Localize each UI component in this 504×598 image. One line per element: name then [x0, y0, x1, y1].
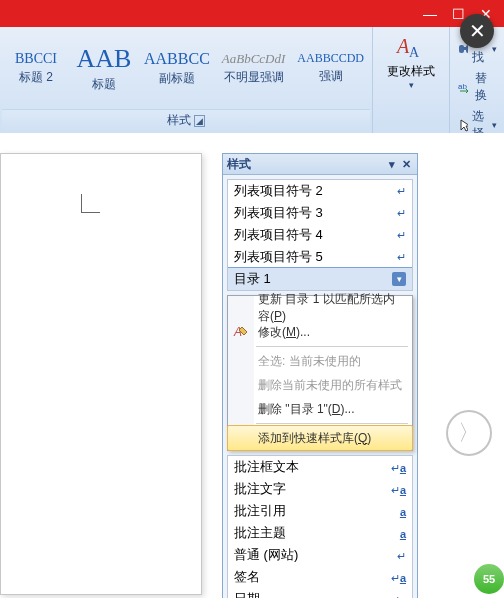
menu-item[interactable]: A修改(M)... [228, 320, 412, 344]
styles-list-bottom[interactable]: 批注框文本↵a批注文字↵a批注引用a批注主题a普通 (网站)↵签名↵a日期↵a [227, 455, 413, 598]
style-item[interactable]: 批注框文本↵a [228, 456, 412, 478]
replace-button[interactable]: ab替换 [458, 69, 497, 105]
modify-icon: A [232, 323, 250, 341]
style-gallery-item[interactable]: AABBCCDD强调 [291, 27, 370, 109]
menu-item[interactable]: 更新 目录 1 以匹配所选内容(P) [228, 296, 412, 320]
title-bar: — ☐ ✕ [0, 0, 504, 27]
svg-text:A: A [409, 45, 420, 60]
style-item[interactable]: 列表项目符号 4↵ [228, 224, 412, 246]
document-page[interactable] [0, 153, 202, 595]
style-item[interactable]: 普通 (网站)↵ [228, 544, 412, 566]
pane-menu-icon[interactable]: ▾ [385, 157, 399, 171]
styles-group-label: 样式 [167, 112, 191, 129]
styles-list-top[interactable]: 列表项目符号 2↵列表项目符号 3↵列表项目符号 4↵列表项目符号 5↵目录 1… [227, 179, 413, 291]
svg-text:A: A [395, 35, 410, 57]
pane-title: 样式 [227, 156, 251, 173]
style-item[interactable]: 批注主题a [228, 522, 412, 544]
style-gallery-item[interactable]: AAB标题 [70, 27, 138, 109]
style-item[interactable]: 批注文字↵a [228, 478, 412, 500]
status-badge[interactable]: 55 [474, 564, 504, 594]
style-gallery-item[interactable]: BBCCI标题 2 [2, 27, 70, 109]
menu-item[interactable]: 删除 "目录 1"(D)... [228, 397, 412, 421]
change-styles-button[interactable]: AA 更改样式 ▾ [372, 27, 450, 90]
style-item[interactable]: 列表项目符号 3↵ [228, 202, 412, 224]
style-item[interactable]: 签名↵a [228, 566, 412, 588]
minimize-button[interactable]: — [416, 4, 444, 24]
menu-item: 删除当前未使用的所有样式 [228, 373, 412, 397]
menu-item[interactable]: 添加到快速样式库(Q) [227, 425, 413, 451]
style-item[interactable]: 日期↵a [228, 588, 412, 598]
style-gallery-item[interactable]: AABBCC副标题 [138, 27, 216, 109]
document-area: 样式 ▾ ✕ 列表项目符号 2↵列表项目符号 3↵列表项目符号 4↵列表项目符号… [0, 133, 504, 598]
next-nav-button[interactable]: 〉 [446, 410, 492, 456]
style-gallery-item[interactable]: AaBbCcDdI不明显强调 [216, 27, 292, 109]
text-cursor-icon [81, 194, 100, 213]
ribbon: BBCCI标题 2AAB标题AABBCC副标题AaBbCcDdI不明显强调AAB… [0, 27, 504, 134]
svg-rect-4 [462, 47, 468, 50]
dialog-launcher-icon[interactable]: ◢ [194, 115, 205, 127]
overlay-close-button[interactable]: ✕ [460, 14, 494, 48]
cursor-icon [458, 118, 468, 132]
replace-icon: ab [458, 80, 471, 94]
pane-close-icon[interactable]: ✕ [399, 157, 413, 171]
context-menu: 更新 目录 1 以匹配所选内容(P)A修改(M)...全选: 当前未使用的删除当… [227, 295, 413, 451]
dropdown-icon[interactable]: ▾ [392, 272, 406, 286]
menu-item: 全选: 当前未使用的 [228, 349, 412, 373]
style-item[interactable]: 列表项目符号 2↵ [228, 180, 412, 202]
style-item[interactable]: 目录 1▾ [227, 267, 413, 291]
styles-pane: 样式 ▾ ✕ 列表项目符号 2↵列表项目符号 3↵列表项目符号 4↵列表项目符号… [222, 153, 418, 598]
style-item[interactable]: 批注引用a [228, 500, 412, 522]
change-styles-icon: AA [395, 31, 427, 63]
style-item[interactable]: 列表项目符号 5↵ [228, 246, 412, 268]
